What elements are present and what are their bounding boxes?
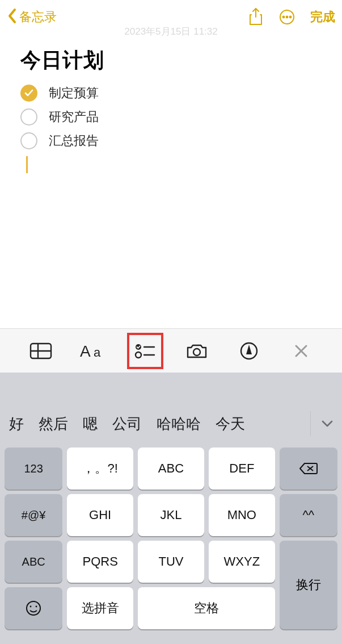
svg-point-21 bbox=[36, 606, 37, 608]
svg-point-3 bbox=[290, 16, 292, 18]
key-alpha[interactable]: ABC bbox=[5, 541, 62, 583]
share-icon[interactable] bbox=[248, 7, 264, 27]
key-punct[interactable]: ，。?! bbox=[67, 448, 133, 490]
keyboard-gap bbox=[0, 373, 342, 404]
candidate-word[interactable]: 然后 bbox=[39, 414, 68, 434]
key-mno[interactable]: MNO bbox=[209, 494, 275, 536]
key-emoji[interactable] bbox=[5, 587, 62, 629]
candidate-word[interactable]: 好 bbox=[9, 414, 24, 434]
markup-button[interactable] bbox=[232, 334, 266, 368]
nav-right: 完成 bbox=[248, 7, 335, 27]
checkbox-empty-icon[interactable] bbox=[20, 108, 37, 126]
back-label: 备忘录 bbox=[19, 9, 57, 26]
key-def[interactable]: DEF bbox=[209, 448, 275, 490]
key-emoticon[interactable]: ^^ bbox=[280, 494, 337, 536]
checklist-item[interactable]: 研究产品 bbox=[20, 108, 322, 126]
key-ghi[interactable]: GHI bbox=[67, 494, 133, 536]
candidate-word[interactable]: 今天 bbox=[216, 414, 245, 434]
more-icon[interactable] bbox=[278, 9, 295, 26]
svg-text:A: A bbox=[80, 342, 91, 360]
svg-point-11 bbox=[136, 352, 141, 358]
key-pqrs[interactable]: PQRS bbox=[67, 541, 133, 583]
svg-point-9 bbox=[136, 344, 141, 350]
text-cursor bbox=[26, 156, 28, 173]
svg-point-19 bbox=[27, 601, 40, 615]
checkbox-checked-icon[interactable] bbox=[20, 85, 37, 102]
checklist-button[interactable] bbox=[128, 334, 162, 368]
key-wxyz[interactable]: WXYZ bbox=[209, 541, 275, 583]
key-enter[interactable]: 换行 bbox=[280, 541, 337, 629]
checklist-item[interactable]: 汇总报告 bbox=[20, 132, 322, 149]
checklist-text: 研究产品 bbox=[49, 108, 99, 126]
checklist-text: 制定预算 bbox=[49, 85, 99, 102]
svg-point-20 bbox=[30, 606, 32, 608]
svg-text:a: a bbox=[94, 345, 101, 359]
key-123[interactable]: 123 bbox=[5, 448, 62, 490]
note-title: 今日计划 bbox=[20, 47, 322, 74]
done-button[interactable]: 完成 bbox=[310, 9, 335, 26]
key-select-pinyin[interactable]: 选拼音 bbox=[67, 587, 133, 629]
svg-point-1 bbox=[283, 16, 285, 18]
checklist-text: 汇总报告 bbox=[49, 132, 99, 149]
keyboard-row: #@¥ GHI JKL MNO ^^ bbox=[5, 494, 337, 536]
key-tuv[interactable]: TUV bbox=[138, 541, 204, 583]
candidate-word[interactable]: 哈哈哈 bbox=[157, 414, 201, 434]
table-button[interactable] bbox=[24, 334, 58, 368]
format-toolbar: A a bbox=[0, 328, 342, 373]
candidate-word[interactable]: 公司 bbox=[112, 414, 142, 434]
note-body[interactable]: 今日计划 制定预算 研究产品 汇总报告 bbox=[0, 28, 342, 173]
candidate-word[interactable]: 嗯 bbox=[83, 414, 98, 434]
key-abc[interactable]: ABC bbox=[138, 448, 204, 490]
key-symbols[interactable]: #@¥ bbox=[5, 494, 62, 536]
text-format-button[interactable]: A a bbox=[76, 334, 110, 368]
back-button[interactable]: 备忘录 bbox=[7, 7, 57, 27]
expand-candidates-icon[interactable] bbox=[310, 411, 335, 436]
key-jkl[interactable]: JKL bbox=[138, 494, 204, 536]
keyboard-row: 123 ，。?! ABC DEF bbox=[5, 448, 337, 490]
camera-button[interactable] bbox=[180, 334, 214, 368]
key-backspace[interactable] bbox=[280, 448, 337, 490]
chevron-left-icon bbox=[7, 7, 18, 27]
svg-point-2 bbox=[286, 16, 288, 18]
checklist-item[interactable]: 制定预算 bbox=[20, 85, 322, 102]
candidate-bar: 好 然后 嗯 公司 哈哈哈 今天 bbox=[0, 404, 342, 443]
close-toolbar-button[interactable] bbox=[284, 334, 318, 368]
key-space[interactable]: 空格 bbox=[138, 587, 275, 629]
svg-point-13 bbox=[193, 349, 200, 356]
checkbox-empty-icon[interactable] bbox=[20, 132, 37, 149]
